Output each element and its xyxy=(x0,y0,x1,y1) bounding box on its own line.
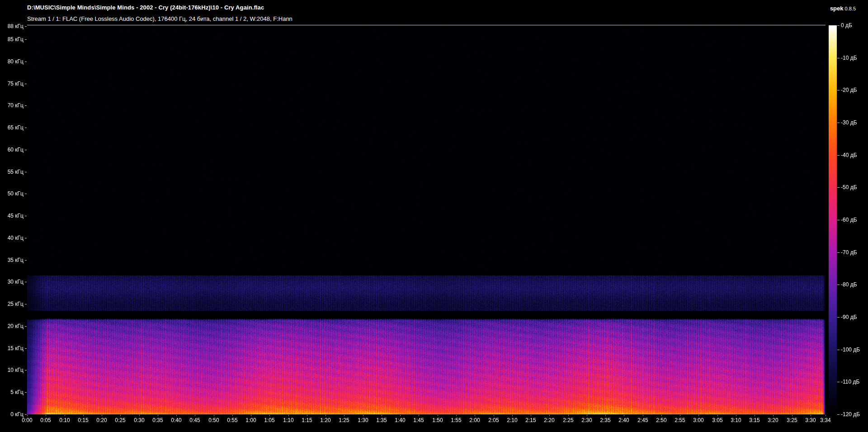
time-tick-mark xyxy=(531,415,531,416)
time-tick-mark xyxy=(176,415,177,416)
spek-window: D:\MUSIC\Simple Minds\Simple Minds - 200… xyxy=(0,0,868,432)
db-tick-label: -90 дБ xyxy=(841,314,857,320)
time-tick-label: 3:34 xyxy=(820,417,830,423)
time-tick-label: 0:15 xyxy=(78,417,88,423)
freq-tick-mark xyxy=(25,304,27,304)
time-tick-mark xyxy=(494,415,494,416)
spectrogram-heatmap xyxy=(27,25,826,414)
freq-tick-mark xyxy=(25,238,27,238)
time-tick-label: 1:00 xyxy=(245,417,256,423)
freq-tick-label: 0 кГц xyxy=(0,411,24,418)
time-tick-label: 2:20 xyxy=(544,417,554,423)
time-tick-mark xyxy=(195,415,195,416)
db-tick-label: -40 дБ xyxy=(841,152,857,158)
time-tick-mark xyxy=(288,415,289,416)
time-tick-mark xyxy=(307,415,307,416)
time-tick-label: 2:10 xyxy=(507,417,517,423)
freq-tick-mark xyxy=(25,26,27,27)
freq-tick-mark xyxy=(25,370,27,370)
db-tick-mark xyxy=(837,90,840,90)
time-tick-mark xyxy=(698,415,699,416)
time-tick-label: 0:35 xyxy=(152,417,163,423)
time-tick-label: 0:45 xyxy=(189,417,200,423)
db-tick-label: 0 дБ xyxy=(841,22,852,28)
time-tick-mark xyxy=(605,415,606,416)
time-tick-label: 2:00 xyxy=(469,417,480,423)
freq-tick-mark xyxy=(25,128,27,128)
time-tick-label: 0:25 xyxy=(115,417,125,423)
freq-tick-mark xyxy=(25,84,27,84)
time-tick-label: 1:55 xyxy=(451,417,461,423)
freq-tick-label: 85 кГц xyxy=(0,36,24,43)
freq-tick-mark xyxy=(25,282,27,282)
time-tick-label: 1:15 xyxy=(302,417,312,423)
time-tick-label: 1:50 xyxy=(432,417,443,423)
freq-tick-label: 10 кГц xyxy=(0,367,24,373)
db-tick-mark xyxy=(837,414,840,415)
time-tick-mark xyxy=(680,415,680,416)
db-tick-label: -20 дБ xyxy=(841,87,857,93)
time-tick-mark xyxy=(382,415,382,416)
time-tick-label: 0:20 xyxy=(96,417,107,423)
freq-tick-label: 80 кГц xyxy=(0,58,24,65)
time-tick-mark xyxy=(214,415,214,416)
time-tick-label: 2:55 xyxy=(675,417,685,423)
time-tick-mark xyxy=(512,415,513,416)
freq-tick-mark xyxy=(25,150,27,150)
db-tick-mark xyxy=(837,58,840,58)
freq-tick-mark xyxy=(25,172,27,172)
freq-tick-mark xyxy=(25,62,27,62)
freq-tick-mark xyxy=(25,326,27,327)
db-tick-label: -100 дБ xyxy=(841,347,860,353)
freq-tick-mark xyxy=(25,105,27,106)
time-tick-label: 2:35 xyxy=(600,417,610,423)
freq-tick-label: 45 кГц xyxy=(0,213,24,219)
db-tick-mark xyxy=(837,252,840,253)
time-tick-label: 0:55 xyxy=(227,417,237,423)
freq-tick-mark xyxy=(25,194,27,194)
freq-tick-label: 60 кГц xyxy=(0,147,24,153)
app-name: spek xyxy=(830,5,844,12)
app-brand: spek0.8.5 xyxy=(830,4,856,12)
time-tick-label: 2:15 xyxy=(525,417,536,423)
freq-tick-mark xyxy=(25,414,27,415)
file-path-title: D:\MUSIC\Simple Minds\Simple Minds - 200… xyxy=(27,4,264,11)
db-tick-label: -110 дБ xyxy=(841,379,859,385)
freq-tick-mark xyxy=(25,260,27,261)
time-tick-mark xyxy=(549,415,550,416)
freq-tick-label: 35 кГц xyxy=(0,257,24,263)
db-tick-label: -30 дБ xyxy=(841,119,857,126)
freq-tick-mark xyxy=(25,216,27,216)
db-tick-label: -80 дБ xyxy=(841,281,857,288)
freq-tick-label: 70 кГц xyxy=(0,102,24,109)
time-tick-mark xyxy=(120,415,121,416)
time-tick-mark xyxy=(46,415,46,416)
db-tick-mark xyxy=(837,25,840,26)
time-tick-label: 3:10 xyxy=(731,417,741,423)
time-tick-mark xyxy=(438,415,438,416)
time-tick-label: 1:10 xyxy=(283,417,293,423)
freq-tick-mark xyxy=(25,348,27,349)
db-tick-label: -120 дБ xyxy=(841,411,860,418)
time-tick-label: 0:40 xyxy=(171,417,181,423)
time-tick-mark xyxy=(624,415,624,416)
time-tick-label: 3:15 xyxy=(749,417,760,423)
time-tick-mark xyxy=(826,415,826,416)
time-tick-label: 0:00 xyxy=(22,417,32,423)
freq-tick-label: 75 кГц xyxy=(0,81,24,87)
time-tick-mark xyxy=(773,415,774,416)
db-tick-mark xyxy=(837,220,840,220)
time-tick-label: 3:30 xyxy=(805,417,816,423)
freq-tick-label: 55 кГц xyxy=(0,169,24,175)
freq-tick-label: 65 кГц xyxy=(0,124,24,131)
time-tick-label: 1:30 xyxy=(358,417,368,423)
time-tick-mark xyxy=(792,415,793,416)
time-tick-mark xyxy=(456,415,457,416)
time-tick-label: 1:40 xyxy=(395,417,405,423)
time-tick-label: 2:40 xyxy=(618,417,629,423)
time-tick-mark xyxy=(83,415,84,416)
time-tick-label: 1:20 xyxy=(320,417,330,423)
time-tick-mark xyxy=(661,415,662,416)
time-tick-label: 0:50 xyxy=(208,417,219,423)
time-tick-mark xyxy=(251,415,251,416)
